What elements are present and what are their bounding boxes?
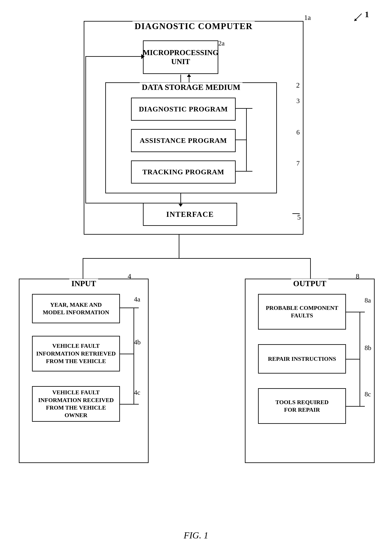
interface-box: INTERFACE xyxy=(143,203,237,226)
output-item-0-label: PROBABLE COMPONENTFAULTS xyxy=(266,304,338,320)
input-item-0-label: YEAR, MAKE ANDMODEL INFORMATION xyxy=(43,301,109,316)
ref-8b: 8b xyxy=(364,344,371,352)
ref-1a: 1a xyxy=(304,14,311,21)
output-item-1-label: REPAIR INSTRUCTIONS xyxy=(268,355,336,363)
input-item-1: VEHICLE FAULTINFORMATION RETRIEVEDFROM T… xyxy=(32,336,120,371)
ref4b-tick xyxy=(120,354,134,354)
ref4c-tick xyxy=(120,404,134,405)
ref-4c: 4c xyxy=(134,389,140,396)
output-right-bracket-bottom xyxy=(360,406,365,407)
line-input-branch xyxy=(83,258,83,280)
input-box: INPUT YEAR, MAKE ANDMODEL INFORMATION VE… xyxy=(19,279,149,463)
line-h-connector xyxy=(83,258,311,259)
dsm-right-bracket-vert xyxy=(246,108,247,171)
dsm-right-bracket-top xyxy=(246,108,252,109)
ref6-tick xyxy=(235,140,247,140)
output-item-1: REPAIR INSTRUCTIONS xyxy=(258,344,346,374)
output-right-bracket-top xyxy=(360,312,365,312)
ref-4b: 4b xyxy=(134,338,141,346)
ref-8c: 8c xyxy=(364,390,371,398)
mpu-box: MICROPROCESSING UNIT xyxy=(143,40,218,74)
ref8a-tick xyxy=(345,312,360,312)
ref8b-tick xyxy=(345,359,360,360)
input-right-bracket-top xyxy=(134,308,139,308)
inner-left-bottom xyxy=(85,203,143,203)
input-item-2: VEHICLE FAULTINFORMATION RECEIVEDFROM TH… xyxy=(32,386,120,422)
figure-caption: FIG. 1 xyxy=(184,530,208,541)
output-box: OUTPUT PROBABLE COMPONENTFAULTS REPAIR I… xyxy=(245,279,375,463)
ref4a-tick xyxy=(120,308,134,308)
dsm-label: DATA STORAGE MEDIUM xyxy=(140,82,243,92)
assistance-program-label: ASSISTANCE PROGRAM xyxy=(140,137,227,145)
ref3-tick xyxy=(235,108,247,109)
dsm-box: DATA STORAGE MEDIUM DIAGNOSTIC PROGRAM A… xyxy=(105,82,277,193)
ref-1-arrow-icon xyxy=(353,13,364,23)
input-item-1-label: VEHICLE FAULTINFORMATION RETRIEVEDFROM T… xyxy=(36,342,116,365)
ref-3: 3 xyxy=(296,97,300,105)
dsm-right-bracket-bottom xyxy=(246,171,252,171)
ref-4a: 4a xyxy=(134,295,140,303)
input-item-2-label: VEHICLE FAULTINFORMATION RECEIVEDFROM TH… xyxy=(35,389,117,419)
line-interface-down xyxy=(179,235,179,259)
ref-7: 7 xyxy=(296,160,300,167)
input-right-bracket-bottom xyxy=(134,404,139,405)
ref7-tick xyxy=(235,171,247,171)
diagnostic-computer-box: DIAGNOSTIC COMPUTER 1a MICROPROCESSING U… xyxy=(84,21,304,235)
output-item-2-label: TOOLS REQUIREDFOR REPAIR xyxy=(276,399,329,414)
output-item-2: TOOLS REQUIREDFOR REPAIR xyxy=(258,388,346,424)
tracking-program-label: TRACKING PROGRAM xyxy=(143,168,224,176)
tracking-program-box: TRACKING PROGRAM xyxy=(131,160,236,183)
output-right-bracket-vert xyxy=(360,312,360,406)
ref-2a: 2a xyxy=(218,39,225,47)
ref-6: 6 xyxy=(296,129,300,136)
diagnostic-computer-label: DIAGNOSTIC COMPUTER xyxy=(133,21,255,31)
diagram: 1 DIAGNOSTIC COMPUTER 1a MICROPROCESSING… xyxy=(0,0,392,560)
ref8c-tick xyxy=(345,406,360,407)
ref-8a: 8a xyxy=(364,296,371,304)
output-item-0: PROBABLE COMPONENTFAULTS xyxy=(258,294,346,330)
ref-1: 1 xyxy=(365,10,369,19)
diagnostic-program-box: DIAGNOSTIC PROGRAM xyxy=(131,98,236,121)
mpu-label: MICROPROCESSING UNIT xyxy=(143,48,219,66)
line-output-branch xyxy=(310,258,311,280)
inner-left-vert xyxy=(85,57,86,203)
ref-2: 2 xyxy=(296,81,300,89)
inner-left-line xyxy=(85,56,143,57)
output-label: OUTPUT xyxy=(291,279,328,288)
interface-label: INTERFACE xyxy=(166,210,214,219)
diagnostic-program-label: DIAGNOSTIC PROGRAM xyxy=(139,105,228,113)
input-label: INPUT xyxy=(69,279,98,288)
input-item-0: YEAR, MAKE ANDMODEL INFORMATION xyxy=(32,294,120,323)
ref-5: 5 xyxy=(297,213,301,221)
assistance-program-box: ASSISTANCE PROGRAM xyxy=(131,129,236,152)
